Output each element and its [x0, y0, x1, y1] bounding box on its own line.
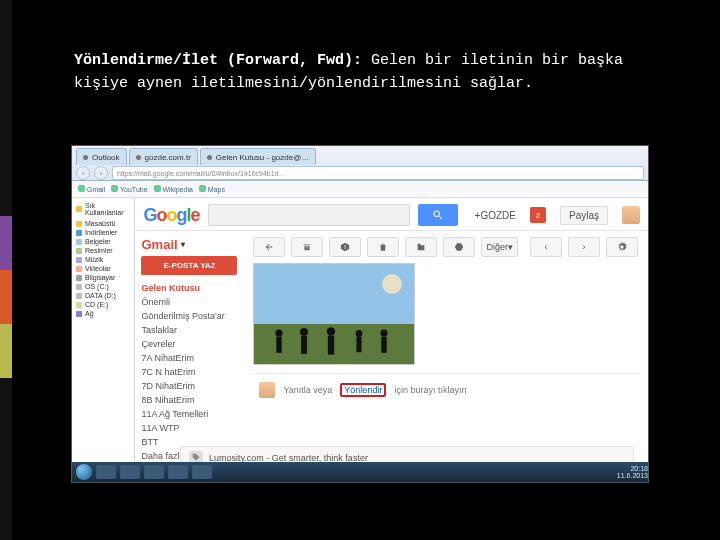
win-panel-item[interactable]: Videolar — [76, 264, 130, 273]
taskbar-item[interactable] — [192, 465, 212, 479]
gmail-sidebar: Gmail▾ E-POSTA YAZ Gelen KutusuÖnemliGön… — [135, 231, 243, 482]
win-panel-item[interactable]: İndirilenler — [76, 228, 130, 237]
gear-icon — [617, 242, 627, 252]
older-button[interactable]: ‹ — [530, 237, 562, 257]
win-panel-item[interactable]: Bilgisayar — [76, 273, 130, 282]
win-panel-item[interactable]: Masaüstü — [76, 219, 130, 228]
win-panel-item[interactable]: OS (C:) — [76, 282, 130, 291]
sidebar-label[interactable]: Gönderilmiş Posta'ar — [141, 309, 237, 323]
newer-button[interactable]: › — [568, 237, 600, 257]
sidebar-label[interactable]: 7A NihatErim — [141, 351, 237, 365]
taskbar-item[interactable] — [168, 465, 188, 479]
sidebar-label[interactable]: Gelen Kutusu — [141, 281, 237, 295]
url-text: https://mail.google.com/mail/u/0/#inbox/… — [117, 170, 286, 177]
archive-button[interactable] — [291, 237, 323, 257]
notifications-badge[interactable]: 2 — [530, 207, 546, 223]
address-bar[interactable]: https://mail.google.com/mail/u/0/#inbox/… — [112, 166, 644, 180]
win-panel-item[interactable]: CD (E:) — [76, 300, 130, 309]
browser-chrome: Outlookgozde.com.trGelen Kutusu - gozde@… — [72, 146, 648, 181]
sidebar-label[interactable]: 8B NihatErim — [141, 393, 237, 407]
sidebar-label[interactable]: 7D NihatErim — [141, 379, 237, 393]
slide-title: Yönlendirme/İlet (Forward, Fwd): — [74, 52, 362, 69]
win-panel-item[interactable]: Belgeler — [76, 237, 130, 246]
sidebar-label[interactable]: 11A WTP — [141, 421, 237, 435]
sidebar-label[interactable]: Önemli — [141, 295, 237, 309]
more-menu-button[interactable]: Diğer ▾ — [481, 237, 518, 257]
share-button[interactable]: Paylaş — [560, 206, 608, 225]
tag-icon — [454, 242, 464, 252]
spam-button[interactable] — [329, 237, 361, 257]
bookmark-item[interactable]: YouTube — [111, 185, 147, 193]
compose-button[interactable]: E-POSTA YAZ — [141, 256, 237, 275]
trash-icon — [378, 242, 388, 252]
reply-text-prefix: Yanıtla veya — [283, 385, 332, 395]
labels-button[interactable] — [443, 237, 475, 257]
avatar[interactable] — [622, 206, 640, 224]
sidebar-label[interactable]: Taslaklar — [141, 323, 237, 337]
settings-button[interactable] — [606, 237, 638, 257]
forward-link-highlight[interactable]: Yönlendir — [340, 383, 386, 397]
search-button[interactable] — [418, 204, 458, 226]
browser-tab[interactable]: Gelen Kutusu - gozde@… — [200, 148, 317, 165]
system-clock[interactable]: 20:18 11.6.2013 — [617, 465, 648, 479]
delete-button[interactable] — [367, 237, 399, 257]
arrow-left-icon — [264, 242, 274, 252]
search-input[interactable] — [208, 204, 410, 226]
gmail-main: Google +GOZDE 2 Paylaş Gmail▾ E-POSTA YA… — [135, 198, 648, 482]
forward-button[interactable]: › — [94, 166, 108, 180]
back-button[interactable]: ‹ — [76, 166, 90, 180]
screenshot-frame: Outlookgozde.com.trGelen Kutusu - gozde@… — [72, 146, 648, 482]
windows-side-panel: Sık Kullanılanlar MasaüstüİndirilenlerBe… — [72, 198, 135, 482]
bookmark-item[interactable]: Gmail — [78, 185, 105, 193]
reply-text-suffix: için burayı tıklayın — [394, 385, 466, 395]
win-panel-title: Sık Kullanılanlar — [85, 202, 130, 216]
win-panel-item[interactable]: DATA (D:) — [76, 291, 130, 300]
archive-icon — [302, 242, 312, 252]
windows-taskbar[interactable]: 20:18 11.6.2013 — [72, 462, 648, 482]
win-panel-item[interactable]: Resimler — [76, 246, 130, 255]
win-panel-item[interactable]: Müzik — [76, 255, 130, 264]
browser-tab[interactable]: gozde.com.tr — [129, 148, 198, 165]
google-logo[interactable]: Google — [143, 205, 199, 226]
browser-tab[interactable]: Outlook — [76, 148, 127, 165]
taskbar-item[interactable] — [144, 465, 164, 479]
slide-caption: Yönlendirme/İlet (Forward, Fwd): Gelen b… — [74, 50, 670, 95]
bookmarks-bar: Gmail YouTube Wikipedia Maps — [72, 181, 648, 198]
sidebar-label[interactable]: 11A Ağ Temelleri — [141, 407, 237, 421]
email-attachment-image[interactable] — [253, 263, 415, 365]
search-icon — [432, 209, 444, 221]
sidebar-label[interactable]: 7C N hatErim — [141, 365, 237, 379]
win-panel-item[interactable]: Ağ — [76, 309, 130, 318]
move-to-button[interactable] — [405, 237, 437, 257]
taskbar-item[interactable] — [96, 465, 116, 479]
plus-user[interactable]: +GOZDE — [475, 210, 516, 221]
taskbar-item[interactable] — [120, 465, 140, 479]
sidebar-label[interactable]: Çevreler — [141, 337, 237, 351]
start-orb[interactable] — [76, 464, 92, 480]
bookmark-item[interactable]: Wikipedia — [154, 185, 193, 193]
spam-icon — [340, 242, 350, 252]
back-to-inbox-button[interactable] — [253, 237, 285, 257]
reply-forward-row[interactable]: Yanıtla veya Yönlendir için burayı tıkla… — [253, 373, 638, 406]
reply-avatar — [259, 382, 275, 398]
folder-icon — [416, 242, 426, 252]
gmail-brand[interactable]: Gmail▾ — [141, 237, 237, 252]
bookmark-item[interactable]: Maps — [199, 185, 225, 193]
gmail-content: Diğer ▾ ‹ › — [243, 231, 648, 482]
